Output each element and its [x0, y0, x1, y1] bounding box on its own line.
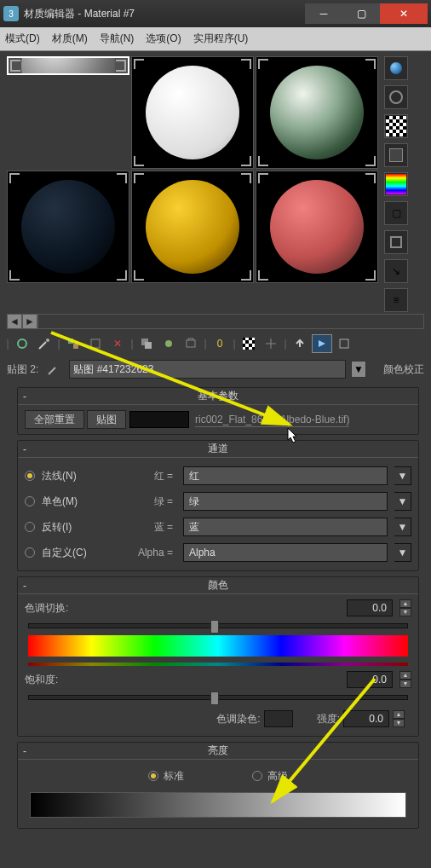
dropdown-icon[interactable]: ▼ — [394, 466, 411, 485]
svg-rect-4 — [91, 339, 100, 348]
show-end-result-icon[interactable] — [261, 334, 281, 353]
delete-icon[interactable]: ✕ — [107, 334, 128, 353]
select-by-material-icon[interactable]: ↘ — [384, 259, 408, 283]
tint-color-swatch[interactable] — [264, 710, 293, 727]
panel-basic-header[interactable]: - 基本参数 — [18, 388, 418, 405]
assign-material-icon[interactable] — [63, 334, 83, 353]
hue-shift-label: 色调切换: — [25, 601, 68, 616]
go-to-sibling-icon[interactable] — [334, 334, 354, 353]
spinner-buttons[interactable]: ▲▼ — [393, 710, 405, 727]
svg-rect-2 — [68, 339, 73, 344]
sample-slot-2[interactable] — [131, 56, 254, 169]
radio-standard[interactable] — [148, 771, 158, 781]
sample-type-icon[interactable] — [384, 56, 408, 80]
dropdown-icon[interactable]: ▼ — [394, 543, 411, 562]
saturation-input[interactable]: 0.0 — [347, 671, 393, 688]
green-select[interactable]: 绿 — [183, 492, 388, 511]
sample-slots — [0, 51, 378, 312]
sample-sphere — [270, 180, 364, 274]
menu-material[interactable]: 材质(M) — [52, 32, 88, 46]
red-eq-label: 红 = — [122, 469, 173, 483]
hue-slider[interactable] — [28, 623, 408, 628]
options-icon[interactable] — [384, 230, 408, 254]
combo-drop-icon[interactable]: ▼ — [351, 361, 366, 378]
panel-brightness: - 亮度 标准 高级 — [17, 742, 419, 829]
radio-mono-label: 单色(M) — [42, 495, 115, 509]
radio-invert-label: 反转(I) — [42, 520, 115, 535]
blue-select[interactable]: 蓝 — [183, 518, 388, 536]
sample-slot-4[interactable] — [7, 171, 129, 283]
brightness-gradient — [30, 792, 406, 818]
blue-eq-label: 蓝 = — [122, 520, 173, 535]
slider-thumb[interactable] — [210, 692, 219, 705]
hue-shift-input[interactable]: 0.0 — [347, 599, 393, 616]
material-id-icon[interactable]: 0 — [210, 334, 230, 353]
saturation-slider[interactable] — [28, 695, 408, 700]
video-color-icon[interactable] — [384, 172, 408, 196]
uv-tile-icon[interactable] — [384, 143, 408, 167]
strength-input[interactable]: 0.0 — [343, 710, 389, 727]
pick-material-icon[interactable] — [34, 334, 55, 353]
sample-slot-1[interactable] — [7, 56, 129, 75]
menu-navigate[interactable]: 导航(N) — [100, 32, 135, 46]
make-preview-icon[interactable]: ▢ — [384, 201, 408, 225]
sample-sphere — [21, 56, 115, 75]
radio-custom[interactable] — [25, 547, 35, 558]
reset-map-icon[interactable] — [85, 334, 106, 353]
slider-thumb[interactable] — [210, 620, 219, 634]
sample-sidebar: ▢ ↘ ≡ — [378, 51, 414, 312]
alpha-select[interactable]: Alpha — [183, 543, 388, 562]
hue-spectrum — [28, 635, 408, 659]
menu-mode[interactable]: 模式(D) — [5, 32, 40, 46]
panel-title: 基本参数 — [198, 389, 238, 403]
scroll-right[interactable]: ► — [22, 314, 37, 329]
panel-brightness-header[interactable]: - 亮度 — [18, 743, 418, 760]
hue-spectrum-dark — [28, 663, 408, 666]
put-to-library-icon[interactable] — [181, 334, 201, 353]
maximize-button[interactable]: ▢ — [342, 3, 380, 24]
panel-title: 颜色 — [208, 578, 228, 593]
get-material-icon[interactable] — [12, 334, 32, 353]
go-forward-icon[interactable] — [312, 334, 332, 353]
reset-all-button[interactable]: 全部重置 — [25, 410, 84, 429]
scroll-left[interactable]: ◄ — [7, 314, 22, 329]
panel-channel-header[interactable]: - 通道 — [18, 441, 418, 458]
strength-label: 强度: — [317, 712, 340, 726]
radio-invert[interactable] — [25, 522, 35, 532]
sample-slot-3[interactable] — [256, 56, 378, 169]
sample-slot-5[interactable] — [131, 171, 254, 283]
map-enable-icon[interactable] — [43, 360, 64, 379]
minimize-button[interactable]: ─ — [305, 3, 342, 24]
menu-options[interactable]: 选项(O) — [146, 32, 181, 46]
collapse-icon: - — [23, 580, 26, 592]
panel-channel: - 通道 法线(N) 红 = 红 ▼ 单色(M) 绿 = 绿 ▼ 反转(I) 蓝… — [17, 440, 419, 571]
backlight-icon[interactable] — [384, 85, 408, 109]
radio-mono[interactable] — [25, 496, 35, 506]
make-copy-icon[interactable] — [136, 334, 157, 353]
map-name-combo[interactable]: 贴图 #417232623 — [69, 360, 346, 379]
panel-color-header[interactable]: - 颜色 — [18, 577, 418, 594]
svg-point-7 — [165, 340, 172, 347]
menu-utils[interactable]: 实用程序(U) — [193, 32, 249, 46]
color-correct-label: 颜色校正 — [383, 362, 424, 377]
panel-title: 亮度 — [208, 744, 228, 758]
sample-slot-6[interactable] — [256, 171, 378, 283]
radio-normal-label: 法线(N) — [42, 469, 115, 483]
scroll-track[interactable] — [37, 314, 424, 329]
material-list-icon[interactable]: ≡ — [384, 288, 408, 312]
dropdown-icon[interactable]: ▼ — [394, 518, 411, 536]
radio-advanced[interactable] — [252, 771, 262, 781]
show-in-viewport-icon[interactable] — [238, 334, 259, 353]
radio-normal[interactable] — [25, 471, 35, 481]
make-unique-icon[interactable] — [158, 334, 179, 353]
red-select[interactable]: 红 — [183, 466, 388, 485]
spinner-buttons[interactable]: ▲▼ — [399, 599, 411, 616]
close-button[interactable]: ✕ — [380, 3, 428, 24]
spinner-buttons[interactable]: ▲▼ — [399, 671, 411, 688]
background-icon[interactable] — [384, 114, 408, 138]
map-preview-slot[interactable] — [129, 411, 189, 428]
map-button[interactable]: 贴图 — [87, 410, 126, 429]
map-filename[interactable]: ric002_Flat_86cm-Albedo-Blue.tif) — [195, 414, 349, 427]
dropdown-icon[interactable]: ▼ — [394, 492, 411, 511]
go-to-parent-icon[interactable] — [290, 334, 310, 353]
